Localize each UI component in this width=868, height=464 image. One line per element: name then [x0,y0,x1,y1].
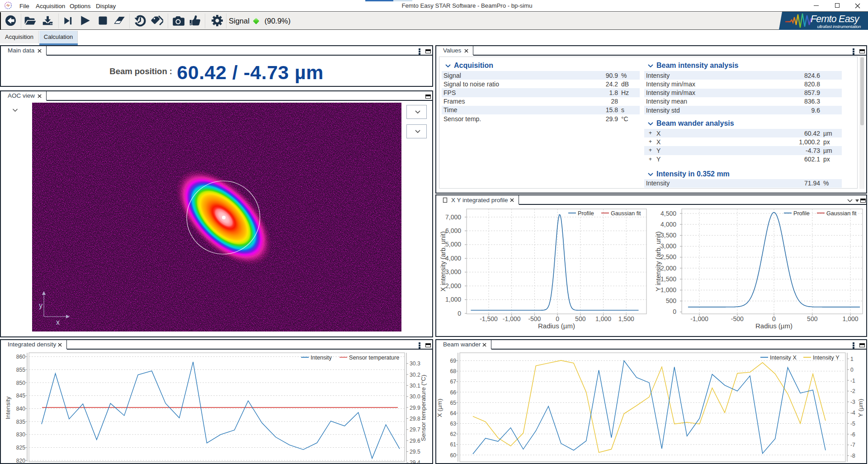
svg-text:1,500: 1,500 [660,275,676,283]
svg-text:29.8: 29.8 [410,416,420,422]
svg-text:30.0: 30.0 [410,393,420,400]
svg-text:3,000: 3,000 [445,268,461,275]
svg-text:30.3: 30.3 [410,360,420,367]
svg-text:1,000: 1,000 [445,296,461,303]
svg-text:4,500: 4,500 [660,210,676,217]
svg-text:62: 62 [450,431,456,437]
svg-text:X (µm): X (µm) [436,399,443,417]
svg-text:-3: -3 [850,399,855,405]
svg-text:-7: -7 [850,442,855,448]
svg-text:1,000: 1,000 [660,286,676,294]
svg-text:Radius (µm): Radius (µm) [755,322,793,330]
svg-text:825: 825 [16,445,26,451]
svg-text:Intensity: Intensity [311,355,332,361]
svg-text:-1,000: -1,000 [690,315,708,322]
svg-text:29.4: 29.4 [410,459,420,463]
svg-text:Profile: Profile [793,210,810,217]
svg-text:Y intensity (arb. unit): Y intensity (arb. unit) [655,232,662,292]
svg-text:64: 64 [450,410,456,417]
svg-text:2,000: 2,000 [660,265,676,272]
svg-text:-1: -1 [850,378,855,384]
svg-text:1,500: 1,500 [618,315,634,322]
svg-text:29.5: 29.5 [410,449,420,455]
svg-text:-1,000: -1,000 [503,315,521,322]
svg-text:6,000: 6,000 [445,227,461,234]
svg-text:Sensor temperature: Sensor temperature [349,355,399,361]
svg-text:29.6: 29.6 [410,438,420,444]
svg-text:-4: -4 [850,410,855,416]
svg-text:830: 830 [16,431,26,438]
svg-text:0: 0 [673,308,676,315]
svg-text:840: 840 [16,406,26,412]
svg-text:Intensity Y: Intensity Y [813,355,840,361]
svg-text:60: 60 [450,452,456,459]
svg-text:820: 820 [16,458,26,463]
svg-text:-5: -5 [850,421,855,427]
svg-text:Intensity X: Intensity X [770,355,797,361]
svg-text:3,000: 3,000 [660,242,676,250]
svg-text:-500: -500 [528,315,541,322]
svg-text:-500: -500 [731,315,744,322]
svg-text:845: 845 [16,393,26,399]
svg-text:0: 0 [556,315,559,322]
svg-text:0: 0 [850,367,854,373]
svg-text:y: y [39,302,42,309]
svg-text:29.9: 29.9 [410,405,420,411]
svg-text:69: 69 [450,358,456,364]
svg-text:Profile: Profile [578,210,594,217]
svg-text:61: 61 [450,441,456,448]
svg-text:Sensor temperature (°C): Sensor temperature (°C) [420,374,427,441]
svg-text:835: 835 [16,419,26,425]
svg-text:29.7: 29.7 [410,426,420,433]
svg-text:855: 855 [16,367,26,373]
svg-text:68: 68 [450,368,456,374]
svg-text:67: 67 [450,379,456,385]
svg-text:1: 1 [850,356,854,362]
svg-text:Gaussian fit: Gaussian fit [611,210,641,217]
svg-text:0: 0 [458,310,461,317]
svg-text:1,000: 1,000 [842,315,858,322]
svg-text:63: 63 [450,421,456,427]
svg-text:-1,500: -1,500 [480,315,498,322]
svg-text:30.2: 30.2 [410,372,420,378]
svg-text:500: 500 [575,315,586,322]
svg-text:500: 500 [666,297,677,304]
svg-text:7,000: 7,000 [445,213,461,221]
svg-text:-2: -2 [850,388,855,394]
svg-text:4,000: 4,000 [660,221,676,228]
svg-text:Intensity: Intensity [5,397,11,420]
svg-text:Y (µm): Y (µm) [857,399,864,417]
svg-text:0: 0 [772,315,776,322]
svg-text:-8: -8 [850,453,855,459]
svg-text:2,500: 2,500 [660,253,676,260]
svg-text:X intensity (arb. unit): X intensity (arb. unit) [439,232,447,292]
svg-text:Radius (µm): Radius (µm) [538,322,575,330]
svg-text:5,000: 5,000 [445,241,461,248]
svg-text:2,000: 2,000 [445,282,461,289]
svg-text:Gaussian fit: Gaussian fit [826,210,857,217]
svg-text:860: 860 [16,354,26,360]
svg-text:30.1: 30.1 [410,383,420,389]
svg-text:500: 500 [807,315,818,322]
svg-text:65: 65 [450,400,456,406]
svg-text:66: 66 [450,389,456,396]
svg-text:850: 850 [16,380,26,386]
svg-text:-6: -6 [850,431,855,438]
svg-text:x: x [56,318,60,326]
svg-text:3,500: 3,500 [660,232,676,239]
svg-text:1,000: 1,000 [595,315,611,322]
svg-text:4,000: 4,000 [445,255,461,262]
